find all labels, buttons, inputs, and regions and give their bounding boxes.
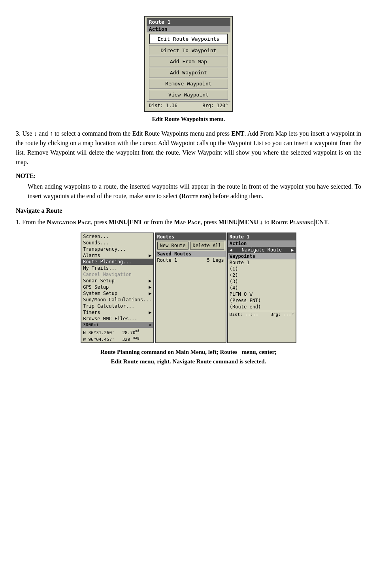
left-item-sunmoon[interactable]: Sun/Moon Calculations... xyxy=(81,297,153,303)
saved-routes-label: Saved Routes xyxy=(156,251,226,257)
new-route-button[interactable]: New Route xyxy=(157,242,188,250)
right-wp-2: (2) xyxy=(228,272,296,278)
right-navigate-route[interactable]: ◀ Navigate Route ▶ xyxy=(228,247,296,253)
left-item-screen[interactable]: Screen... xyxy=(81,233,153,240)
menu-direct-to-waypoint[interactable]: Direct To Waypoint xyxy=(149,45,228,55)
left-item-system-setup[interactable]: System Setup▶ xyxy=(81,290,153,297)
top-status-bar: Dist: 1.36 Brg: 120° xyxy=(147,101,231,110)
right-action-label: Action xyxy=(228,240,296,247)
coord-n: N 36°31.260' 28.70mi xyxy=(83,329,151,335)
right-panel-title: Route 1 xyxy=(228,233,296,240)
left-panel: Screen... Sounds... Transparency... Alar… xyxy=(81,233,154,343)
right-wp-route-end: (Route end) xyxy=(228,304,296,310)
right-wp-press-ent: (Press ENT) xyxy=(228,297,296,304)
menu-add-from-map[interactable]: Add From Map xyxy=(149,57,228,66)
route-name: Route 1 xyxy=(157,257,177,263)
left-arrow-icon: ◀ xyxy=(230,247,232,253)
left-item-gps-setup[interactable]: GPS Setup▶ xyxy=(81,284,153,290)
left-item-cancel-navigation: Cancel Navigation xyxy=(81,271,153,278)
route-legs: 5 Legs xyxy=(207,257,224,263)
right-wp-route1: Route 1 xyxy=(228,259,296,266)
navigate-route-heading: Navigate a Route xyxy=(16,207,361,214)
top-screenshot: Route 1 Action Edit Route Waypoints Dire… xyxy=(16,16,361,112)
navigate-route-label: Navigate Route xyxy=(242,247,282,253)
note-heading: NOTE: xyxy=(16,172,361,180)
left-item-route-planning[interactable]: Route Planning... xyxy=(81,259,153,265)
left-coords: N 36°31.260' 28.70mi W 96°04.457' 329°ma… xyxy=(81,328,153,342)
routes-buttons: New Route Delete All xyxy=(156,240,226,251)
left-item-timers[interactable]: Timers▶ xyxy=(81,309,153,316)
left-item-sonar-setup[interactable]: Sonar Setup▶ xyxy=(81,278,153,284)
menu-add-waypoint[interactable]: Add Waypoint xyxy=(149,68,228,78)
right-arrow-icon: ▶ xyxy=(291,247,294,253)
left-item-sounds[interactable]: Sounds... xyxy=(81,240,153,246)
paragraph1: 3. Use ↓ and ↑ to select a command from … xyxy=(16,129,361,167)
right-panel: Route 1 Action ◀ Navigate Route ▶ Waypoi… xyxy=(227,233,296,343)
paragraph2: 1. From the Navigation Page, press MENU|… xyxy=(16,217,361,227)
left-item-alarms[interactable]: Alarms▶ xyxy=(81,252,153,259)
status-dist: Dist: 1.36 xyxy=(149,103,177,108)
right-status-brg: Brg: ---° xyxy=(270,312,294,317)
top-panel-title: Route 1 xyxy=(147,18,231,26)
left-item-trip-calc[interactable]: Trip Calculator... xyxy=(81,303,153,309)
center-route1-row[interactable]: Route 1 5 Legs xyxy=(156,257,226,263)
menu-remove-waypoint[interactable]: Remove Waypoint xyxy=(149,79,228,89)
delete-all-button[interactable]: Delete All xyxy=(190,242,224,250)
menu-edit-route-waypoints[interactable]: Edit Route Waypoints xyxy=(149,34,228,44)
left-item-my-trails[interactable]: My Trails... xyxy=(81,265,153,271)
right-wp-4: (4) xyxy=(228,285,296,291)
center-panel-title: Routes xyxy=(156,233,226,240)
left-item-transparency[interactable]: Transparency... xyxy=(81,246,153,252)
right-wp-plfm: PLFM Q W xyxy=(228,291,296,297)
left-zoom-icon: ⊕ xyxy=(149,322,152,327)
coord-w: W 96°04.457' 329°mag xyxy=(83,335,151,342)
bottom-caption: Route Planning command on Main Menu, lef… xyxy=(16,347,361,366)
status-brg: Brg: 120° xyxy=(202,103,228,108)
menu-view-waypoint[interactable]: View Waypoint xyxy=(149,90,228,100)
note-block: When adding waypoints to a route, the in… xyxy=(28,182,361,201)
left-bottom-bar: 3000mi ⊕ xyxy=(81,322,153,328)
right-wp-3: (3) xyxy=(228,278,296,285)
left-scale: 3000mi xyxy=(83,322,99,327)
right-waypoints-label: Waypoints xyxy=(228,253,296,259)
top-caption: Edit Route Waypoints menu. xyxy=(16,116,361,123)
right-status-bar: Dist: --:-- Brg: ---° xyxy=(228,311,296,318)
top-action-label: Action xyxy=(147,26,231,32)
top-device-panel: Route 1 Action Edit Route Waypoints Dire… xyxy=(144,16,233,112)
triple-panel-screenshot: Screen... Sounds... Transparency... Alar… xyxy=(16,233,361,343)
center-panel: Routes New Route Delete All Saved Routes… xyxy=(155,233,226,343)
right-status-dist: Dist: --:-- xyxy=(230,312,258,317)
right-wp-1: (1) xyxy=(228,266,296,272)
left-item-browse-mmc[interactable]: Browse MMC Files... xyxy=(81,316,153,322)
